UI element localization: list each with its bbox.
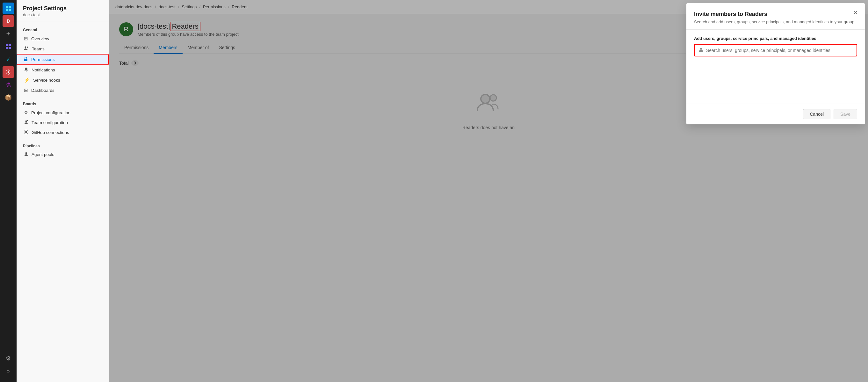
team-config-icon <box>24 120 28 125</box>
azure-logo-icon[interactable] <box>3 3 14 14</box>
chevron-icon[interactable]: » <box>3 365 14 377</box>
svg-rect-3 <box>9 9 11 11</box>
artifact-icon[interactable]: 📦 <box>3 92 14 103</box>
settings-active-icon[interactable] <box>3 66 14 78</box>
add-icon[interactable]: + <box>3 28 14 39</box>
sidebar-item-permissions[interactable]: Permissions <box>17 54 108 65</box>
sidebar-item-label-teams: Teams <box>32 47 44 51</box>
section-header-general: General <box>17 25 108 33</box>
beaker-icon[interactable]: ⚗ <box>3 79 14 91</box>
sidebar-item-teams[interactable]: Teams <box>17 44 108 54</box>
teams-icon <box>24 46 29 52</box>
sidebar-subtitle: docs-test <box>23 12 102 17</box>
svg-point-12 <box>26 71 26 72</box>
svg-point-16 <box>25 131 27 133</box>
sidebar-item-service-hooks[interactable]: ⚡ Service hooks <box>17 75 108 85</box>
search-box-wrapper <box>694 44 857 56</box>
sidebar-item-label-agent-pools: Agent pools <box>32 152 54 157</box>
modal-footer: Cancel Save <box>686 104 865 124</box>
svg-rect-2 <box>6 9 8 11</box>
sidebar-item-label-permissions: Permissions <box>31 57 55 62</box>
sidebar-item-label-github: GitHub connections <box>32 130 69 135</box>
overview-icon: ⊞ <box>24 36 28 41</box>
modal-overlay: Invite members to Readers Search and add… <box>109 0 868 382</box>
project-config-icon: ⚙ <box>24 110 28 115</box>
svg-rect-4 <box>6 44 8 46</box>
svg-point-8 <box>8 71 9 73</box>
modal-body: Add users, groups, service principals, a… <box>686 30 865 104</box>
permissions-icon <box>24 57 28 62</box>
checkmark-icon[interactable]: ✓ <box>3 54 14 65</box>
sidebar-title: Project Settings <box>23 5 102 12</box>
sidebar-item-label-overview: Overview <box>31 36 49 41</box>
sidebar-item-team-configuration[interactable]: Team configuration <box>17 118 108 127</box>
notifications-icon <box>24 67 28 73</box>
svg-rect-11 <box>24 59 27 61</box>
svg-point-13 <box>26 120 27 122</box>
sidebar: Project Settings docs-test General ⊞ Ove… <box>17 0 109 382</box>
sidebar-item-github-connections[interactable]: GitHub connections <box>17 127 108 138</box>
search-input[interactable] <box>706 48 853 53</box>
svg-rect-7 <box>9 47 11 49</box>
sidebar-content: General ⊞ Overview Teams <box>17 21 108 163</box>
svg-point-17 <box>26 152 27 154</box>
sidebar-item-label-team-configuration: Team configuration <box>32 120 68 125</box>
svg-point-9 <box>25 47 26 48</box>
svg-point-10 <box>27 47 28 48</box>
svg-rect-1 <box>9 6 11 8</box>
sidebar-item-label-service-hooks: Service hooks <box>33 78 60 83</box>
user-avatar-icon[interactable]: D <box>3 15 14 27</box>
svg-point-20 <box>700 48 702 50</box>
modal-field-label: Add users, groups, service principals, a… <box>694 36 857 41</box>
boards-icon[interactable] <box>3 41 14 52</box>
sidebar-item-label-notifications: Notifications <box>32 67 55 72</box>
modal-header: Invite members to Readers Search and add… <box>686 3 865 30</box>
section-header-boards: Boards <box>17 99 108 108</box>
gear-icon[interactable]: ⚙ <box>3 353 14 364</box>
sidebar-item-project-configuration[interactable]: ⚙ Project configuration <box>17 108 108 118</box>
modal-subtitle: Search and add users, groups, service pr… <box>694 20 857 24</box>
section-header-pipelines: Pipelines <box>17 141 108 150</box>
save-button[interactable]: Save <box>834 109 857 119</box>
sidebar-item-notifications[interactable]: Notifications <box>17 65 108 75</box>
dashboards-icon: ⊞ <box>24 87 28 93</box>
cancel-button[interactable]: Cancel <box>803 109 830 119</box>
modal-close-button[interactable]: ✕ <box>851 8 860 17</box>
github-icon <box>24 130 28 135</box>
sidebar-header: Project Settings docs-test <box>17 0 108 21</box>
service-hooks-icon: ⚡ <box>24 77 30 83</box>
sidebar-item-agent-pools[interactable]: Agent pools <box>17 150 108 159</box>
main-content: databricks-dev-docs / docs-test / Settin… <box>109 0 868 382</box>
sidebar-item-label-dashboards: Dashboards <box>31 88 55 93</box>
sidebar-item-overview[interactable]: ⊞ Overview <box>17 33 108 44</box>
svg-point-14 <box>27 120 28 121</box>
sidebar-item-dashboards[interactable]: ⊞ Dashboards <box>17 85 108 95</box>
sidebar-item-label-project-configuration: Project configuration <box>31 110 70 115</box>
agent-pools-icon <box>24 152 28 157</box>
svg-rect-6 <box>6 47 8 49</box>
modal-title: Invite members to Readers <box>694 11 857 18</box>
search-person-icon <box>699 47 704 53</box>
svg-rect-5 <box>9 44 11 46</box>
svg-rect-0 <box>6 6 8 8</box>
modal-invite-members: Invite members to Readers Search and add… <box>686 3 865 124</box>
icon-bar: D + ✓ ⚗ 📦 ⚙ » <box>0 0 17 382</box>
